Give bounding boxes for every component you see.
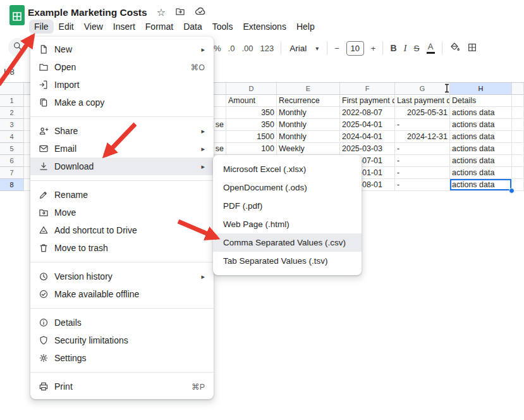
file-menu-item-details[interactable]: Details <box>30 314 214 331</box>
download-item-microsoft-excel-xlsx-[interactable]: Microsoft Excel (.xlsx) <box>213 160 362 178</box>
cell-G4[interactable]: 2024-12-31 <box>395 131 450 143</box>
row-header-8[interactable]: 8 <box>0 179 24 191</box>
row-header-2[interactable]: 2 <box>0 107 24 119</box>
font-size-input[interactable]: 10 <box>346 41 364 56</box>
select-all-corner[interactable] <box>0 83 24 95</box>
cell-I5[interactable] <box>512 143 524 155</box>
cell-I6[interactable] <box>512 155 524 167</box>
row-header-6[interactable]: 6 <box>0 155 24 167</box>
row-header-5[interactable]: 5 <box>0 143 24 155</box>
cell-D3[interactable]: 350 <box>226 119 277 131</box>
cell-G8[interactable]: - <box>395 179 450 191</box>
file-menu-item-move[interactable]: Move <box>30 204 214 221</box>
menubar-extensions[interactable]: Extensions <box>238 20 291 34</box>
menubar-file[interactable]: File <box>29 20 54 34</box>
cell-G1[interactable]: Last payment da <box>395 95 450 107</box>
decrease-decimal-button[interactable]: .0 <box>228 44 235 53</box>
cell-F2[interactable]: 2022-08-07 <box>340 107 395 119</box>
move-folder-icon[interactable] <box>175 6 185 19</box>
download-item-tab-separated-values-tsv-[interactable]: Tab Separated Values (.tsv) <box>213 252 362 270</box>
file-menu-item-rename[interactable]: Rename <box>30 186 214 204</box>
cell-D4[interactable]: 1500 <box>226 131 277 143</box>
cell-H6[interactable]: actions data <box>450 155 512 167</box>
cell-G2[interactable]: 2025-05-31 <box>395 107 450 119</box>
cell-F5[interactable]: 2025-03-03 <box>340 143 395 155</box>
cell-H4[interactable]: actions data <box>450 131 512 143</box>
download-item-comma-separated-values-csv-[interactable]: Comma Separated Values (.csv) <box>213 233 362 252</box>
cell-F3[interactable]: 2025-04-01 <box>340 119 395 131</box>
column-header-H[interactable]: H <box>450 83 512 95</box>
search-menus-button[interactable] <box>8 38 27 57</box>
cell-G6[interactable]: - <box>395 155 450 167</box>
cell-H1[interactable]: Details <box>450 95 512 107</box>
cell-E2[interactable]: Monthly <box>277 107 340 119</box>
document-title[interactable]: Example Marketing Costs <box>28 7 147 18</box>
column-header-G[interactable]: G <box>395 83 450 95</box>
text-color-button[interactable]: A <box>427 42 435 54</box>
cloud-check-icon[interactable] <box>195 6 206 19</box>
cell-H3[interactable]: actions data <box>450 119 512 131</box>
cell-H2[interactable]: actions data <box>450 107 512 119</box>
increase-font-size-button[interactable]: + <box>371 44 376 53</box>
file-menu-item-security-limitations[interactable]: Security limitations <box>30 331 214 349</box>
file-menu-item-email[interactable]: Email▸ <box>30 140 214 158</box>
menubar-view[interactable]: View <box>79 20 108 34</box>
menubar-insert[interactable]: Insert <box>108 20 140 34</box>
download-item-web-page-html-[interactable]: Web Page (.html) <box>213 215 362 233</box>
star-icon[interactable]: ☆ <box>157 6 166 19</box>
cell-I4[interactable] <box>512 131 524 143</box>
file-menu-item-settings[interactable]: Settings <box>30 349 214 367</box>
cell-G3[interactable]: - <box>395 119 450 131</box>
cell-E3[interactable]: Monthly <box>277 119 340 131</box>
cell-I2[interactable] <box>512 107 524 119</box>
italic-button[interactable]: I <box>404 43 407 54</box>
file-menu-item-new[interactable]: New▸ <box>30 40 214 58</box>
name-box[interactable]: H8 <box>4 67 15 77</box>
fill-handle[interactable] <box>509 188 515 194</box>
strikethrough-button[interactable]: S <box>414 44 420 53</box>
cell-E1[interactable]: Recurrence <box>277 95 340 107</box>
font-family-select[interactable]: Arial ▾ <box>288 44 320 53</box>
menubar-format[interactable]: Format <box>140 20 178 34</box>
download-item-opendocument-ods-[interactable]: OpenDocument (.ods) <box>213 178 362 197</box>
file-menu-item-share[interactable]: Share▸ <box>30 122 214 140</box>
menubar-edit[interactable]: Edit <box>54 20 79 34</box>
cell-H5[interactable]: actions data <box>450 143 512 155</box>
file-menu-item-move-to-trash[interactable]: Move to trash <box>30 239 214 257</box>
decrease-font-size-button[interactable]: − <box>334 44 339 53</box>
row-header-7[interactable]: 7 <box>0 167 24 179</box>
file-menu-item-version-history[interactable]: Version history▸ <box>30 268 214 285</box>
percent-format-button[interactable]: % <box>214 44 221 53</box>
file-menu-item-download[interactable]: Download▸ <box>30 158 214 175</box>
cell-D2[interactable]: 350 <box>226 107 277 119</box>
column-header-F[interactable]: F <box>340 83 395 95</box>
file-menu-item-make-a-copy[interactable]: Make a copy <box>30 94 214 111</box>
cell-I7[interactable] <box>512 167 524 179</box>
row-header-3[interactable]: 3 <box>0 119 24 131</box>
more-formats-button[interactable]: 123 <box>260 44 274 53</box>
column-header-E[interactable]: E <box>277 83 340 95</box>
column-header-i[interactable] <box>512 83 524 95</box>
menubar-help[interactable]: Help <box>291 20 320 34</box>
cell-D5[interactable]: 100 <box>226 143 277 155</box>
bold-button[interactable]: B <box>390 43 396 53</box>
file-menu-item-import[interactable]: Import <box>30 76 214 94</box>
cell-F1[interactable]: First payment da <box>340 95 395 107</box>
row-header-1[interactable]: 1 <box>0 95 24 107</box>
cell-F4[interactable]: 2024-04-01 <box>340 131 395 143</box>
cell-D1[interactable]: Amount <box>226 95 277 107</box>
cell-G7[interactable]: - <box>395 167 450 179</box>
menubar-tools[interactable]: Tools <box>207 20 238 34</box>
column-header-D[interactable]: D <box>226 83 277 95</box>
file-menu-item-open[interactable]: Open⌘O <box>30 58 214 76</box>
fill-color-button[interactable] <box>449 42 460 54</box>
cell-E4[interactable]: Monthly <box>277 131 340 143</box>
file-menu-item-add-shortcut-to-drive[interactable]: Add shortcut to Drive <box>30 221 214 239</box>
cell-E5[interactable]: Weekly <box>277 143 340 155</box>
cell-H8[interactable]: actions data <box>450 179 512 191</box>
cell-H7[interactable]: actions data <box>450 167 512 179</box>
download-item-pdf-pdf-[interactable]: PDF (.pdf) <box>213 197 362 215</box>
borders-button[interactable] <box>467 42 477 54</box>
file-menu-item-make-available-offline[interactable]: Make available offline <box>30 285 214 303</box>
file-menu-item-print[interactable]: Print⌘P <box>30 378 214 395</box>
